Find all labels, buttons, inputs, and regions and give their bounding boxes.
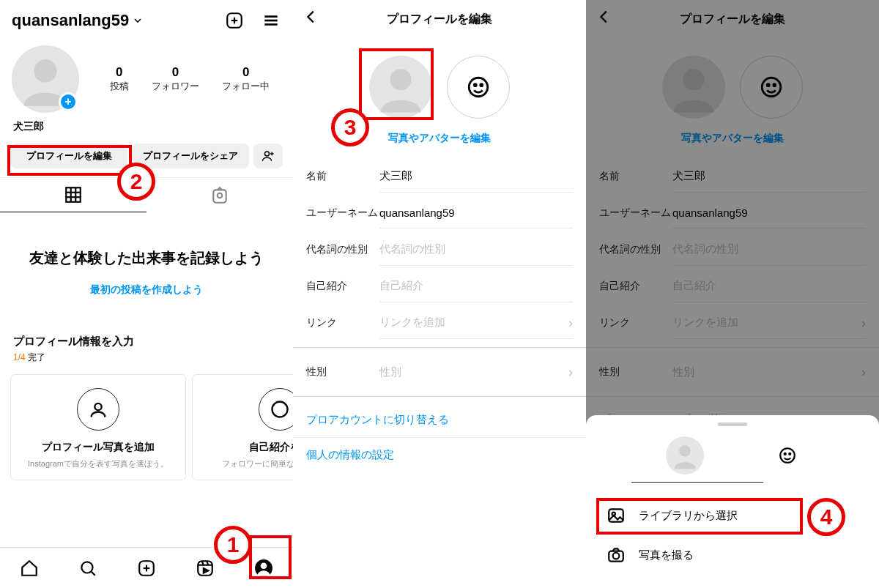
- svg-point-41: [780, 448, 795, 463]
- field-bio[interactable]: 自己紹介自己紹介: [293, 268, 586, 305]
- chevron-left-icon: [303, 9, 319, 25]
- annotation-box-1: [249, 535, 292, 579]
- posts-stat[interactable]: 0投稿: [110, 65, 129, 93]
- followers-stat[interactable]: 0フォロワー: [152, 65, 199, 93]
- home-icon: [20, 559, 39, 578]
- svg-line-21: [91, 571, 94, 575]
- edit-profile-screen-dimmed: プロフィールを編集 写真やアバターを編集 名前犬三郎 ユーザーネームquansa…: [586, 0, 879, 588]
- add-photo-card[interactable]: プロフィール写真を追加 Instagramで自分を表す写真を選ぼう。: [10, 374, 186, 480]
- chevron-right-icon: ›: [568, 316, 573, 331]
- switch-pro-link[interactable]: プロアカウントに切り替える: [293, 403, 586, 438]
- avatar-emoji-icon: [778, 446, 797, 465]
- field-name[interactable]: 名前犬三郎: [293, 158, 586, 195]
- empty-state: 友達と体験した出来事を記録しよう 最初の投稿を作成しよう: [0, 212, 293, 317]
- edit-avatar-option[interactable]: [447, 56, 510, 119]
- tagged-icon: [210, 186, 229, 205]
- svg-rect-11: [66, 187, 81, 202]
- share-profile-button[interactable]: プロフィールをシェア: [132, 144, 249, 168]
- sheet-handle[interactable]: [718, 423, 747, 426]
- profile-screen: quansanlang59 + 0投稿 0フォロワー: [0, 0, 293, 588]
- svg-marker-29: [204, 568, 209, 573]
- plus-square-icon: [225, 11, 244, 30]
- annotation-box-2: [7, 145, 132, 176]
- field-links[interactable]: リンクリンクを追加›: [293, 305, 586, 341]
- add-bio-card[interactable]: 自己紹介を追 フォロワーに簡単な自 しよう。: [192, 374, 293, 480]
- take-photo[interactable]: 写真を撮る: [586, 535, 879, 575]
- edit-title: プロフィールを編集: [387, 12, 492, 27]
- discover-people-button[interactable]: [253, 144, 283, 168]
- annotation-badge-4: 4: [807, 498, 845, 536]
- svg-point-34: [474, 84, 476, 86]
- svg-point-19: [272, 402, 288, 417]
- back-button[interactable]: [303, 9, 319, 29]
- tagged-tab[interactable]: [146, 178, 293, 212]
- empty-title: 友達と体験した出来事を記録しよう: [18, 248, 275, 269]
- profile-stats-row: + 0投稿 0フォロワー 0フォロー中: [0, 38, 293, 117]
- following-stat[interactable]: 0フォロー中: [222, 65, 270, 93]
- menu-icon: [262, 11, 281, 30]
- nav-reels[interactable]: [195, 558, 215, 578]
- svg-point-33: [469, 78, 488, 97]
- profile-photo-icon: [77, 388, 119, 431]
- annotation-box-3: [359, 48, 434, 120]
- complete-profile-progress: 1/4 完了: [13, 351, 280, 364]
- svg-point-47: [613, 553, 620, 559]
- profile-header: quansanlang59: [0, 0, 293, 38]
- svg-point-43: [789, 453, 790, 454]
- reels-icon: [196, 559, 215, 578]
- svg-point-8: [265, 152, 270, 156]
- nav-create[interactable]: [136, 558, 157, 578]
- personal-info-link[interactable]: 個人の情報の設定: [293, 438, 586, 472]
- menu-button[interactable]: [261, 10, 281, 31]
- create-first-post-link[interactable]: 最初の投稿を作成しよう: [18, 283, 275, 297]
- grid-icon: [64, 185, 83, 204]
- svg-point-35: [481, 84, 483, 86]
- sheet-photo-tab[interactable]: [666, 436, 704, 475]
- display-name: 犬三郎: [0, 117, 293, 139]
- complete-profile-title: プロフィール情報を入力: [13, 335, 280, 349]
- svg-point-7: [34, 59, 56, 82]
- field-pronouns[interactable]: 代名詞の性別代名詞の性別: [293, 231, 586, 268]
- chevron-down-icon: [132, 15, 144, 26]
- svg-point-42: [785, 453, 786, 454]
- username-text: quansanlang59: [12, 11, 129, 30]
- annotation-badge-1: 1: [214, 526, 252, 564]
- camera-icon: [607, 546, 626, 565]
- field-gender[interactable]: 性別性別›: [293, 354, 586, 390]
- complete-profile-section: プロフィール情報を入力 1/4 完了: [0, 317, 293, 367]
- chevron-right-icon: ›: [568, 365, 573, 380]
- field-username[interactable]: ユーザーネームquansanlang59: [293, 195, 586, 231]
- create-button[interactable]: [224, 10, 245, 31]
- annotation-badge-3: 3: [331, 108, 369, 146]
- nav-home[interactable]: [19, 558, 40, 578]
- bio-icon: [259, 388, 293, 431]
- sheet-tab-indicator: [631, 482, 763, 483]
- svg-rect-16: [213, 190, 226, 202]
- sheet-avatar-tab[interactable]: [776, 444, 799, 467]
- add-story-badge[interactable]: +: [59, 92, 78, 111]
- add-person-icon: [262, 149, 275, 163]
- username-switcher[interactable]: quansanlang59: [12, 11, 144, 30]
- nav-search[interactable]: [78, 558, 98, 578]
- annotation-box-4: [596, 498, 803, 535]
- avatar-emoji-icon: [466, 75, 491, 100]
- annotation-badge-2: 2: [117, 163, 155, 201]
- svg-point-18: [94, 403, 101, 410]
- svg-point-20: [81, 562, 92, 573]
- edit-profile-screen: プロフィールを編集 写真やアバターを編集 名前犬三郎 ユーザーネームquansa…: [293, 0, 586, 588]
- svg-point-40: [679, 444, 691, 456]
- search-icon: [78, 559, 97, 578]
- avatar-container[interactable]: +: [12, 45, 79, 113]
- edit-header: プロフィールを編集: [293, 0, 586, 38]
- plus-square-icon: [137, 559, 156, 578]
- svg-point-17: [218, 193, 223, 198]
